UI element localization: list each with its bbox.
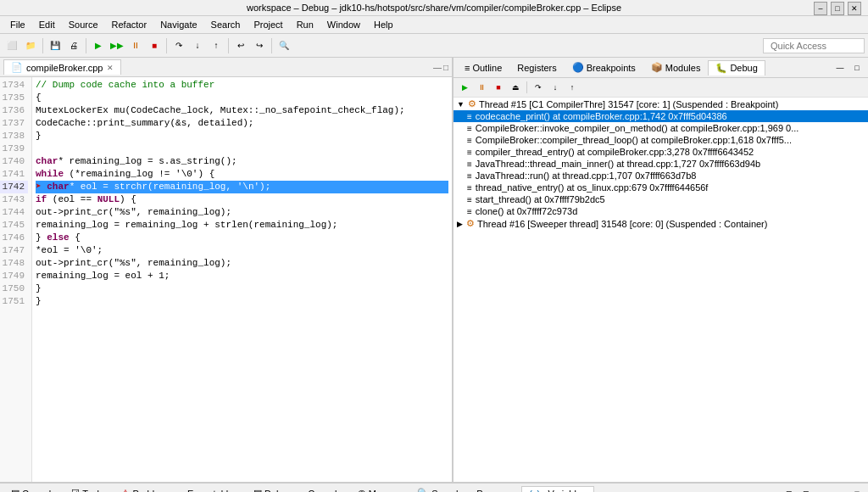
line-number-1735: 1735	[0, 92, 28, 104]
code-line-1742: ➤ char* eol = strchr(remaining_log, '\n'…	[36, 181, 448, 193]
dbg-resume-button[interactable]: ▶	[457, 80, 472, 95]
menu-source[interactable]: Source	[62, 18, 105, 31]
editor-tab-controls: — □	[433, 63, 448, 72]
tb-search-button[interactable]: 🔍	[275, 37, 292, 54]
problems-icon: ⚠	[121, 488, 130, 492]
line-number-1748: 1748	[0, 257, 28, 270]
bottom-tab-debugger-console[interactable]: ▤ Debugger Console	[246, 485, 350, 492]
bottom-tab-executables[interactable]: Executables	[180, 486, 246, 493]
tb-new-button[interactable]: ⬜	[3, 37, 20, 54]
thread-header-thread15[interactable]: ▼⚙Thread #15 [C1 CompilerThre] 31547 [co…	[453, 98, 868, 110]
menu-edit[interactable]: Edit	[32, 18, 62, 31]
editor-maximize-button[interactable]: □	[443, 63, 448, 72]
debug-maximize-button[interactable]: □	[849, 60, 865, 75]
tb-stepout-button[interactable]: ↑	[208, 37, 225, 54]
debug-tab-modules[interactable]: 📦 Modules	[643, 59, 709, 75]
code-line-1748: out->print_cr("%s", remaining_log);	[36, 257, 448, 270]
tasks-icon: ☑	[71, 488, 80, 492]
thread-label: Thread #15 [C1 CompilerThre] 31547 [core…	[479, 99, 778, 109]
bottom-tab-progress[interactable]: Progress	[469, 486, 521, 493]
debug-tab-breakpoints[interactable]: 🔵 Breakpoints	[565, 59, 643, 75]
debug-tab-outline[interactable]: ≡ Outline	[457, 60, 509, 75]
tb-undo-button[interactable]: ↩	[232, 37, 249, 54]
menu-help[interactable]: Help	[367, 18, 400, 31]
variables-icon: (x)=	[529, 489, 545, 492]
maximize-button[interactable]: □	[831, 2, 844, 15]
menu-search[interactable]: Search	[204, 18, 248, 31]
bottom-tab-console[interactable]: ▤ Console	[3, 485, 64, 492]
bottom-tab-variables[interactable]: (x)= Variables	[521, 486, 593, 492]
frame-icon: ≡	[467, 159, 472, 169]
menu-project[interactable]: Project	[247, 18, 289, 31]
breakpoints-icon: 🔵	[572, 62, 584, 73]
frame-label: thread_native_entry() at os_linux.cpp:67…	[476, 182, 709, 193]
code-content[interactable]: // Dump code cache into a buffer{ MutexL…	[32, 77, 452, 482]
bottom-tab-problems[interactable]: ⚠ Problems	[114, 485, 179, 492]
bottom-tab-search[interactable]: 🔍 Search	[409, 485, 469, 492]
line-number-1749: 1749	[0, 270, 28, 282]
dbg-disconnect-button[interactable]: ⏏	[508, 80, 523, 95]
editor-panel: 📄 compileBroker.cpp ✕ — □ 17341735173617…	[0, 58, 453, 482]
stack-frame-6[interactable]: ≡thread_native_entry() at os_linux.cpp:6…	[453, 182, 868, 193]
minimize-button[interactable]: –	[814, 2, 827, 15]
debug-minimize-button[interactable]: —	[832, 60, 848, 75]
menu-file[interactable]: File	[3, 18, 32, 31]
dbg-stepover-button[interactable]: ↷	[531, 80, 546, 95]
bottom-menu-button[interactable]: ▾	[815, 486, 831, 493]
stack-frame-3[interactable]: ≡compiler_thread_entry() at compileBroke…	[453, 146, 868, 158]
dbg-terminate-button[interactable]: ■	[491, 80, 506, 95]
line-number-1743: 1743	[0, 193, 28, 206]
tb-open-button[interactable]: 📁	[22, 37, 39, 54]
frame-label: compiler_thread_entry() at compileBroker…	[476, 147, 754, 157]
bottom-collapse-button[interactable]: ⊟	[798, 486, 814, 493]
stack-frame-7[interactable]: ≡start_thread() at 0x7ffff79b2dc5	[453, 193, 868, 205]
dbg-stepout-button[interactable]: ↑	[565, 80, 580, 95]
thread-header-thread16[interactable]: ▶⚙Thread #16 [Sweeper thread] 31548 [cor…	[453, 217, 868, 230]
tb-stepinto-button[interactable]: ↓	[189, 37, 206, 54]
bottom-minimize-button[interactable]: —	[832, 486, 848, 493]
main-area: 📄 compileBroker.cpp ✕ — □ 17341735173617…	[0, 58, 868, 482]
menu-refactor[interactable]: Refactor	[105, 18, 154, 31]
debug-tab-debug[interactable]: 🐛 Debug	[708, 60, 765, 75]
menu-navigate[interactable]: Navigate	[153, 18, 203, 31]
editor-tab-compileBroker[interactable]: 📄 compileBroker.cpp ✕	[3, 59, 121, 75]
dbg-sep	[526, 81, 527, 93]
debug-panel: ≡ Outline Registers 🔵 Breakpoints 📦 Modu…	[453, 58, 868, 482]
bottom-tab-memory[interactable]: ◉ Memory	[350, 485, 410, 492]
tb-debug-button[interactable]: ▶	[90, 37, 107, 54]
stack-area[interactable]: ▼⚙Thread #15 [C1 CompilerThre] 31547 [co…	[453, 98, 868, 482]
tb-terminate-button[interactable]: ■	[146, 37, 163, 54]
dbg-stepinto-button[interactable]: ↓	[548, 80, 563, 95]
tb-stepover-button[interactable]: ↷	[170, 37, 187, 54]
code-line-1739	[36, 143, 448, 155]
menu-run[interactable]: Run	[290, 18, 320, 31]
debugger-console-icon: ▤	[253, 488, 262, 492]
line-number-1747: 1747	[0, 244, 28, 257]
bottom-tab-tasks[interactable]: ☑ Tasks	[64, 485, 114, 492]
tb-resume-button[interactable]: ▶▶	[108, 37, 125, 54]
stack-frame-5[interactable]: ≡JavaThread::run() at thread.cpp:1,707 0…	[453, 170, 868, 182]
tb-print-button[interactable]: 🖨	[65, 37, 82, 54]
frame-icon: ≡	[467, 136, 472, 145]
bottom-expand-button[interactable]: ⊞	[782, 486, 797, 493]
frame-label: CompileBroker::compiler_thread_loop() at…	[476, 135, 792, 145]
titlebar: workspace – Debug – jdk10-hs/hotspot/src…	[0, 0, 868, 16]
tb-redo-button[interactable]: ↪	[251, 37, 268, 54]
tb-suspend-button[interactable]: ⏸	[127, 37, 144, 54]
bottom-tab-controls: ⊞ ⊟ ▾ — □	[782, 486, 865, 493]
stack-frame-2[interactable]: ≡CompileBroker::compiler_thread_loop() a…	[453, 134, 868, 146]
editor-tab-close[interactable]: ✕	[107, 64, 114, 72]
editor-minimize-button[interactable]: —	[433, 63, 442, 72]
stack-frame-1[interactable]: ≡CompileBroker::invoke_compiler_on_metho…	[453, 122, 868, 134]
code-line-1744: out->print_cr("%s", remaining_log);	[36, 206, 448, 219]
quick-access-input[interactable]	[763, 38, 865, 53]
bottom-maximize-button[interactable]: □	[849, 486, 865, 493]
dbg-suspend-button[interactable]: ⏸	[474, 80, 489, 95]
stack-frame-8[interactable]: ≡clone() at 0x7ffff72c973d	[453, 205, 868, 217]
tb-save-button[interactable]: 💾	[47, 37, 64, 54]
stack-frame-4[interactable]: ≡JavaThread::thread_main_inner() at thre…	[453, 158, 868, 170]
menu-window[interactable]: Window	[320, 18, 367, 31]
close-button[interactable]: ✕	[848, 2, 861, 15]
stack-frame-0[interactable]: ≡codecache_print() at compileBroker.cpp:…	[453, 110, 868, 122]
debug-tab-registers[interactable]: Registers	[509, 60, 564, 75]
